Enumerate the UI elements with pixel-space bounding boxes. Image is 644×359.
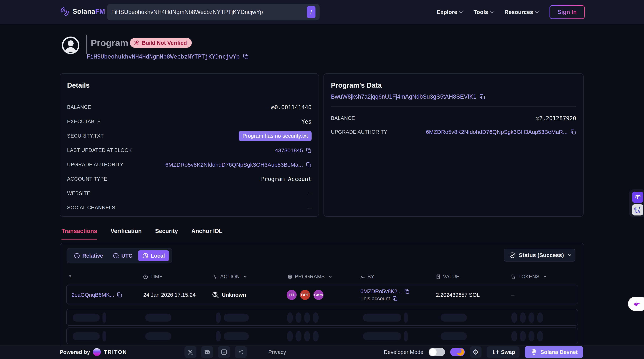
privacy-link[interactable]: Privacy (268, 349, 286, 355)
upgrade-authority-link[interactable]: 6MZDRo5v8K2NfdohdD76QNpSgk3GH3Aup53BeMa.… (165, 162, 303, 168)
nav-menu-explore[interactable]: Explore (436, 9, 462, 15)
chevron-down-icon (244, 275, 246, 278)
nav-menu-resources[interactable]: Resources (504, 9, 538, 15)
program-data-card: Program's Data BwuW8jksh7a2jqq6nU1Fj4mAg… (324, 73, 584, 217)
tab-verification[interactable]: Verification (110, 228, 142, 240)
translate-icon: 中 A (634, 206, 642, 214)
pdata-row-balance: BALANCE ◎2.201287920 (331, 111, 576, 125)
clock-utc-icon (113, 252, 119, 259)
program-address[interactable]: FiHSUbeohukhvNH4HdNgmNb8WecbzNYTPTjKYDnc… (87, 53, 249, 60)
detail-row-executable: EXECUTABLE Yes (67, 114, 312, 129)
svg-text:24: 24 (146, 256, 148, 258)
copy-icon[interactable] (570, 129, 576, 135)
search-input[interactable] (111, 9, 307, 16)
col-header-action[interactable]: ACTION (213, 274, 246, 280)
detail-row-social-channels: SOCIAL CHANNELS – (67, 200, 312, 215)
triton-name[interactable]: TRITON (104, 349, 127, 355)
transactions-panel: Relative UTC 24 Local Status (Success) #… (60, 243, 584, 347)
transaction-row[interactable]: 2eaGQnqB6MK... 24 Jan 2026 17:15:24 Unkn… (66, 285, 578, 304)
extension-widget: 中 A (629, 190, 644, 217)
col-header-index: # (68, 274, 71, 280)
ribbon-icon (634, 194, 642, 201)
by-address-link[interactable]: 6MZDRo5v8K2... (360, 288, 402, 294)
program-badge-system[interactable]: 111 (286, 290, 297, 300)
chevron-down-icon (329, 275, 332, 278)
copy-icon[interactable] (243, 54, 249, 60)
build-not-verified-badge: Build Not Verified (130, 38, 192, 48)
program-badge-bpf-loader[interactable]: BPF (300, 290, 310, 300)
network-selector-button[interactable]: Solana Devnet (525, 346, 583, 358)
search-question-icon (212, 291, 219, 298)
discord-icon (204, 348, 211, 356)
program-badge-compute-budget[interactable]: Com (314, 290, 324, 300)
swap-button[interactable]: ↓↑ Swap (487, 346, 520, 358)
tab-security[interactable]: Security (155, 228, 178, 240)
svg-text:中: 中 (634, 207, 638, 211)
discord-button[interactable] (201, 346, 213, 358)
clock-24-icon: 24 (142, 252, 148, 259)
col-header-tokens[interactable]: TOKENS (511, 274, 546, 280)
search-bar[interactable]: / (107, 4, 320, 20)
copy-icon[interactable] (392, 296, 398, 301)
title-divider-bar (86, 35, 87, 54)
tx-signature-cell[interactable]: 2eaGQnqB6MK... (72, 285, 122, 305)
detail-row-last-updated-block: LAST UPDATED AT BLOCK 437301845 (67, 143, 312, 158)
sign-in-button[interactable]: Sign In (550, 5, 585, 19)
tab-anchor-idl[interactable]: Anchor IDL (191, 228, 222, 240)
time-toggle-relative[interactable]: Relative (70, 250, 107, 261)
nav-menu-tools[interactable]: Tools (474, 9, 492, 15)
block-link[interactable]: 437301845 (275, 147, 303, 154)
x-twitter-button[interactable] (184, 346, 196, 358)
activity-icon (213, 274, 218, 280)
footer: Powered by TRITON in Privacy Developer M… (0, 345, 644, 359)
pdata-row-upgrade-authority: UPGRADE AUTHORITY 6MZDRo5v8K2NfdohdD76QN… (331, 125, 576, 139)
moon-icon (457, 348, 464, 356)
copy-icon[interactable] (117, 292, 122, 298)
status-filter-dropdown[interactable]: Status (Success) (504, 249, 576, 262)
col-header-by: BY (360, 274, 374, 280)
divider (67, 95, 312, 95)
developer-mode-toggle[interactable] (428, 348, 445, 356)
tx-value-cell: 2.202439657 SOL (436, 285, 480, 305)
col-header-programs[interactable]: PROGRAMS (287, 274, 331, 280)
copy-icon[interactable] (404, 289, 410, 294)
developer-mode-label: Developer Mode (384, 349, 423, 355)
svg-text:A: A (637, 209, 640, 214)
time-format-toggle: Relative UTC 24 Local (67, 248, 172, 264)
tx-by-cell: 6MZDRo5v8K2... This account (360, 285, 410, 305)
tx-time-cell: 24 Jan 2026 17:15:24 (143, 285, 196, 305)
linkedin-button[interactable]: in (218, 346, 230, 358)
upgrade-authority-link[interactable]: 6MZDRo5v8K2NfdohdD76QNpSgk3GH3Aup53BeMaR… (426, 129, 568, 135)
copy-icon[interactable] (306, 162, 312, 168)
detail-row-upgrade-authority: UPGRADE AUTHORITY 6MZDRo5v8K2NfdohdD76QN… (67, 158, 312, 172)
program-data-address[interactable]: BwuW8jksh7a2jqq6nU1Fj4mAgNdbSu3gS5tAH8SE… (331, 94, 576, 100)
copy-icon[interactable] (306, 148, 312, 153)
program-data-title: Program's Data (331, 82, 576, 89)
time-toggle-local[interactable]: 24 Local (138, 250, 169, 261)
linkedin-icon: in (221, 349, 227, 355)
detail-row-balance: BALANCE ◎0.001141440 (67, 100, 312, 114)
slash-shortcut-key: / (307, 6, 316, 18)
translate-button[interactable]: 中 A (632, 204, 643, 216)
sparkles-button[interactable] (235, 346, 247, 358)
extension-ribbon-button[interactable] (632, 192, 643, 203)
feedback-widget[interactable] (628, 297, 644, 311)
gear-icon: ⚙ (472, 348, 479, 356)
navbar: SolanaFM / Explore Tools Resources Sign … (0, 0, 644, 24)
account-tabs: Transactions Verification Security Ancho… (62, 228, 222, 240)
copy-icon[interactable] (480, 94, 486, 100)
time-toggle-utc[interactable]: UTC (109, 250, 136, 261)
tx-signature-link[interactable]: 2eaGQnqB6MK... (72, 292, 114, 298)
settings-button[interactable]: ⚙ (470, 346, 482, 358)
clock-icon (143, 274, 148, 280)
x-twitter-icon (187, 349, 194, 355)
tab-transactions[interactable]: Transactions (62, 228, 97, 240)
no-security-txt-badge: Program has no security.txt (239, 131, 312, 141)
detail-row-website: WEBSITE – (67, 186, 312, 200)
solanafm-logo[interactable]: SolanaFM (59, 6, 105, 17)
clock-icon (74, 252, 80, 259)
chevron-down-icon (535, 10, 539, 14)
theme-toggle[interactable] (450, 348, 465, 356)
brand-name: SolanaFM (73, 8, 105, 16)
loading-skeleton-row (66, 328, 578, 344)
